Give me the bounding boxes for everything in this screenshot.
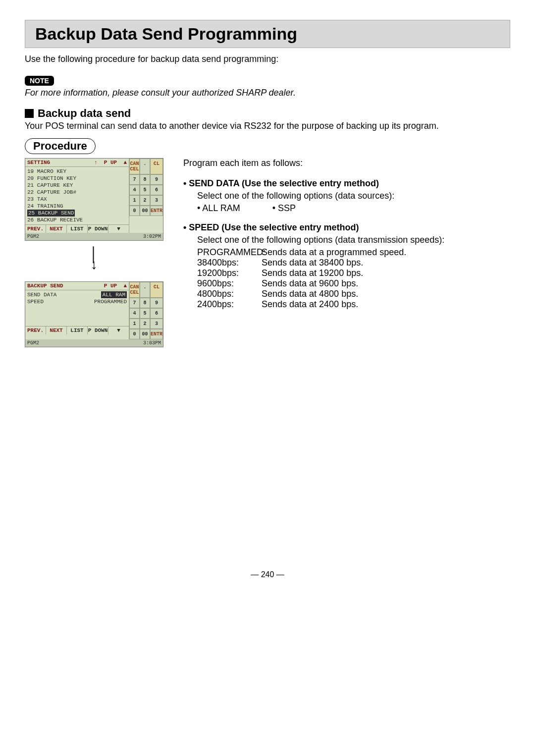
right-column: Program each item as follows: • SEND DAT… bbox=[183, 158, 510, 319]
pos2-f2: LIST bbox=[67, 326, 88, 334]
list-item: 26 BACKUP RECEIVE bbox=[27, 216, 127, 223]
procedure-label: Procedure bbox=[25, 138, 96, 154]
speed-table: PROGRAMMED:Sends data at a programmed sp… bbox=[197, 247, 510, 310]
send-data-line: Select one of the following options (dat… bbox=[197, 191, 510, 201]
pos2-hk-1: ▲ bbox=[123, 283, 127, 289]
key-1: 1 bbox=[129, 319, 140, 329]
pos1-list: 19 MACRO KEY 20 FUNCTION KEY 21 CAPTURE … bbox=[25, 167, 129, 224]
title-banner: Backup Data Send Programming bbox=[25, 20, 510, 48]
list-item: 20 FUNCTION KEY bbox=[27, 175, 127, 182]
speed-heading: • SPEED (Use the selective entry method) bbox=[183, 222, 510, 233]
section-text: Your POS terminal can send data to anoth… bbox=[25, 121, 510, 131]
key-entr: ENTR bbox=[150, 206, 163, 216]
key-cl: CL bbox=[150, 159, 163, 174]
key-00: 00 bbox=[140, 329, 150, 339]
key-8: 8 bbox=[140, 174, 150, 185]
field-value: PROGRAMMED bbox=[94, 298, 127, 305]
page-title: Backup Data Send Programming bbox=[35, 24, 500, 44]
pos2-hk-0: P UP bbox=[104, 283, 117, 289]
table-row: PROGRAMMED:Sends data at a programmed sp… bbox=[197, 247, 510, 258]
pos1-f1: NEXT bbox=[46, 225, 67, 233]
pos1-f3: P DOWN bbox=[88, 225, 108, 233]
pos2-f1: NEXT bbox=[46, 326, 67, 334]
page-number: — 240 — bbox=[25, 570, 510, 579]
left-column: SETTING ↑ P UP ▲ 19 MACRO KEY 20 FUNCTIO… bbox=[25, 158, 163, 352]
list-item: 23 TAX bbox=[27, 196, 127, 203]
table-row: 2400bps:Sends data at 2400 bps. bbox=[197, 299, 510, 310]
note-text: For more information, please consult you… bbox=[25, 88, 510, 98]
key-00: 00 bbox=[140, 206, 150, 216]
speed-body: Select one of the following options (dat… bbox=[197, 235, 510, 310]
key-dot: . bbox=[140, 282, 150, 298]
pos1-hk-2: ▲ bbox=[123, 160, 127, 165]
pos2-title: BACKUP SEND bbox=[27, 283, 63, 289]
key-1: 1 bbox=[129, 195, 140, 206]
pos2-status-left: PGM2 bbox=[27, 340, 39, 346]
key-5: 5 bbox=[140, 308, 150, 319]
table-row: 19200bps:Sends data at 19200 bps. bbox=[197, 268, 510, 278]
list-item-selected: 25 BACKUP SEND bbox=[27, 210, 75, 216]
pos2-fields: SEND DATA ALL RAM SPEED PROGRAMMED bbox=[25, 290, 129, 306]
keypad: CAN CEL . CL 7 8 9 4 5 6 1 2 3 0 00 bbox=[129, 282, 163, 339]
pos1-hk-0: ↑ bbox=[94, 160, 98, 165]
pos2-f0: PREV. bbox=[25, 326, 46, 334]
key-7: 7 bbox=[129, 298, 140, 308]
key-2: 2 bbox=[140, 319, 150, 329]
send-data-body: Select one of the following options (dat… bbox=[197, 191, 510, 214]
field-value-selected: ALL RAM bbox=[101, 291, 127, 298]
key-cancel: CAN CEL bbox=[129, 159, 140, 174]
key-cl: CL bbox=[150, 282, 163, 298]
key-dot: . bbox=[140, 159, 150, 174]
key-3: 3 bbox=[150, 319, 163, 329]
keypad: CAN CEL . CL 7 8 9 4 5 6 1 2 3 0 00 bbox=[129, 159, 163, 216]
key-3: 3 bbox=[150, 195, 163, 206]
list-item: 19 MACRO KEY bbox=[27, 168, 127, 175]
pos2-status-right: 3:03PM bbox=[143, 340, 161, 346]
table-row: 38400bps:Sends data at 38400 bps. bbox=[197, 258, 510, 268]
intro-text: Use the following procedure for backup d… bbox=[25, 54, 510, 64]
arrow-down-icon: │↓ bbox=[25, 250, 163, 270]
key-4: 4 bbox=[129, 308, 140, 319]
pos2-footer: PREV. NEXT LIST P DOWN ▼ bbox=[25, 326, 129, 334]
pos1-footer: PREV. NEXT LIST P DOWN ▼ bbox=[25, 224, 129, 233]
key-5: 5 bbox=[140, 185, 150, 195]
table-row: 4800bps:Sends data at 4800 bps. bbox=[197, 289, 510, 299]
key-9: 9 bbox=[150, 298, 163, 308]
pos-screen-backup-send: BACKUP SEND P UP ▲ SEND DATA ALL RAM SPE… bbox=[25, 281, 163, 347]
pos1-f0: PREV. bbox=[25, 225, 46, 233]
speed-line: Select one of the following options (dat… bbox=[197, 235, 510, 245]
key-8: 8 bbox=[140, 298, 150, 308]
list-item: 22 CAPTURE JOB# bbox=[27, 189, 127, 196]
key-2: 2 bbox=[140, 195, 150, 206]
pos2-f3: P DOWN bbox=[88, 326, 108, 334]
square-bullet-icon bbox=[25, 109, 34, 118]
pos1-title: SETTING bbox=[27, 160, 50, 165]
list-item: 21 CAPTURE KEY bbox=[27, 182, 127, 189]
pos1-f4: ▼ bbox=[108, 225, 129, 233]
pos-screen-setting: SETTING ↑ P UP ▲ 19 MACRO KEY 20 FUNCTIO… bbox=[25, 158, 163, 241]
note-badge: NOTE bbox=[25, 76, 54, 86]
section-heading: Backup data send bbox=[25, 107, 510, 120]
send-data-opt1: • ALL RAM bbox=[197, 203, 240, 213]
key-0: 0 bbox=[129, 206, 140, 216]
list-item: 24 TRAINING bbox=[27, 203, 127, 210]
section-heading-text: Backup data send bbox=[38, 107, 131, 120]
field-label: SPEED bbox=[27, 298, 44, 305]
key-7: 7 bbox=[129, 174, 140, 185]
key-9: 9 bbox=[150, 174, 163, 185]
table-row: 9600bps:Sends data at 9600 bps. bbox=[197, 278, 510, 289]
note-block: NOTE For more information, please consul… bbox=[25, 75, 510, 98]
key-6: 6 bbox=[150, 308, 163, 319]
send-data-opt2: • SSP bbox=[272, 203, 296, 213]
pos2-f4: ▼ bbox=[108, 326, 129, 334]
key-cancel: CAN CEL bbox=[129, 282, 140, 298]
key-entr: ENTR bbox=[150, 329, 163, 339]
pos1-f2: LIST bbox=[67, 225, 88, 233]
field-label: SEND DATA bbox=[27, 291, 56, 298]
pos1-hk-1: P UP bbox=[104, 160, 117, 165]
key-0: 0 bbox=[129, 329, 140, 339]
key-6: 6 bbox=[150, 185, 163, 195]
program-lead: Program each item as follows: bbox=[183, 158, 510, 168]
pos1-status-right: 3:02PM bbox=[143, 234, 161, 239]
key-4: 4 bbox=[129, 185, 140, 195]
